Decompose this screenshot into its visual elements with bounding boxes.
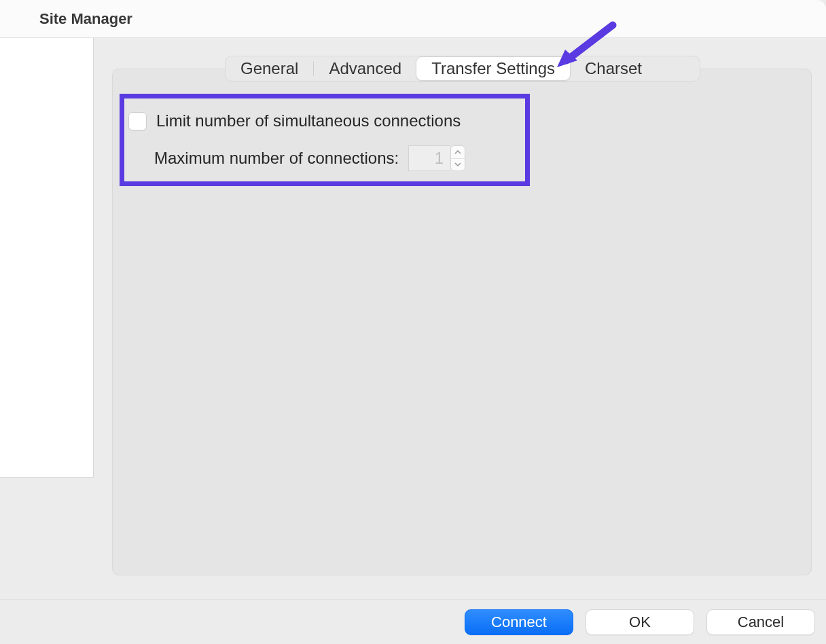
limit-connections-row: Limit number of simultaneous connections bbox=[128, 111, 461, 130]
stepper-down-button[interactable] bbox=[451, 158, 465, 171]
chevron-down-icon bbox=[454, 162, 461, 166]
tab-charset[interactable]: Charset bbox=[570, 56, 657, 81]
tab-advanced[interactable]: Advanced bbox=[314, 56, 416, 81]
limit-connections-checkbox[interactable] bbox=[128, 112, 147, 130]
tab-advanced-label: Advanced bbox=[329, 59, 401, 78]
window-title: Site Manager bbox=[39, 10, 132, 28]
max-connections-input[interactable] bbox=[408, 145, 450, 171]
annotation-highlight-box bbox=[120, 94, 530, 186]
cancel-button-label: Cancel bbox=[738, 613, 784, 631]
limit-connections-label: Limit number of simultaneous connections bbox=[156, 111, 461, 130]
max-connections-label: Maximum number of connections: bbox=[154, 149, 399, 168]
stepper-up-button[interactable] bbox=[451, 146, 465, 158]
tab-transfer-settings[interactable]: Transfer Settings bbox=[416, 56, 571, 81]
ok-button-label: OK bbox=[629, 613, 651, 631]
tab-general-label: General bbox=[240, 59, 298, 78]
site-list-sidebar[interactable] bbox=[0, 38, 94, 478]
button-bar: Connect OK Cancel bbox=[0, 599, 826, 644]
tab-transfer-settings-label: Transfer Settings bbox=[431, 59, 555, 78]
connect-button[interactable]: Connect bbox=[465, 609, 573, 635]
settings-panel: General Advanced Transfer Settings Chars… bbox=[112, 69, 812, 575]
connect-button-label: Connect bbox=[491, 613, 547, 631]
stepper-buttons bbox=[450, 145, 465, 171]
titlebar: Site Manager bbox=[0, 0, 826, 38]
tab-charset-label: Charset bbox=[585, 59, 642, 78]
cancel-button[interactable]: Cancel bbox=[706, 609, 815, 635]
max-connections-row: Maximum number of connections: bbox=[154, 145, 465, 171]
tab-bar: General Advanced Transfer Settings Chars… bbox=[225, 56, 700, 82]
max-connections-stepper bbox=[408, 145, 465, 171]
tab-general[interactable]: General bbox=[226, 56, 313, 81]
ok-button[interactable]: OK bbox=[586, 609, 694, 635]
chevron-up-icon bbox=[454, 150, 461, 154]
